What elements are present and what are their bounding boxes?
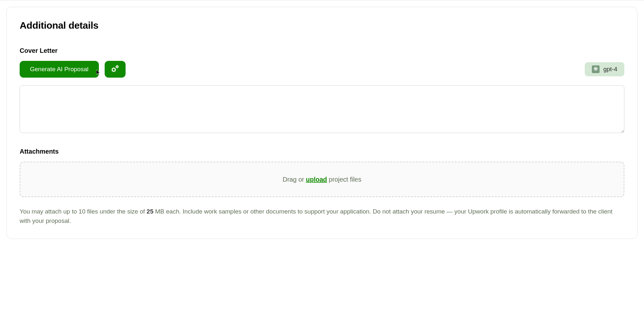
svg-point-0: [112, 68, 115, 71]
additional-details-card: Additional details Cover Letter Generate…: [6, 7, 638, 239]
section-title: Additional details: [20, 20, 624, 31]
cover-letter-textarea[interactable]: [20, 85, 624, 133]
ai-settings-button[interactable]: [105, 61, 126, 78]
help-text-bold: 25: [147, 208, 153, 215]
attachments-label: Attachments: [20, 148, 624, 155]
dropzone-prefix: Drag or: [283, 176, 306, 183]
generate-ai-proposal-button[interactable]: Generate AI Proposal: [20, 61, 99, 78]
cover-letter-label: Cover Letter: [20, 47, 624, 54]
cover-letter-controls: Generate AI Proposal: [20, 61, 624, 78]
help-text-prefix: You may attach up to 10 files under the …: [20, 208, 147, 215]
attachments-dropzone[interactable]: Drag or upload project files: [20, 162, 624, 197]
svg-point-1: [116, 66, 118, 68]
openai-icon: [592, 65, 600, 73]
cover-letter-section: Cover Letter Generate AI Proposal: [20, 47, 624, 134]
model-badge-label: gpt-4: [603, 66, 617, 73]
left-controls: Generate AI Proposal: [20, 61, 126, 78]
gears-icon: [110, 64, 120, 75]
dropzone-text: Drag or upload project files: [283, 176, 362, 183]
attachments-section: Attachments Drag or upload project files…: [20, 148, 624, 226]
attachments-help-text: You may attach up to 10 files under the …: [20, 207, 624, 226]
model-badge[interactable]: gpt-4: [585, 62, 624, 76]
upload-link[interactable]: upload: [306, 176, 327, 183]
dropzone-suffix: project files: [327, 176, 362, 183]
